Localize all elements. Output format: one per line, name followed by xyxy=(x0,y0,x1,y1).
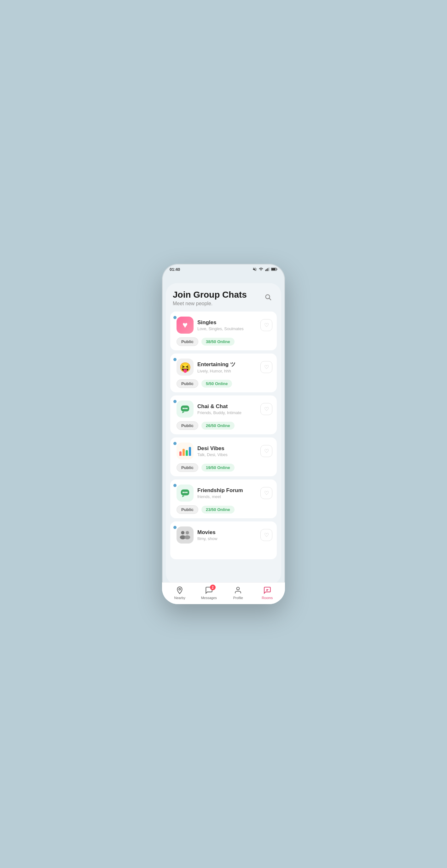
heart-outline-icon: ♡ xyxy=(264,364,269,371)
visibility-badge: Public xyxy=(176,379,198,388)
page-subtitle: Meet new people. xyxy=(173,301,247,307)
group-name: Singles xyxy=(197,319,256,326)
chat-bubble-icon-2 xyxy=(180,488,191,498)
group-tags: filmy, show xyxy=(197,536,256,541)
wifi-icon xyxy=(259,267,264,272)
battery-icon xyxy=(271,267,277,271)
heart-outline-icon: ♡ xyxy=(264,322,269,329)
heart-outline-icon: ♡ xyxy=(264,490,269,496)
favorite-button-movies[interactable]: ♡ xyxy=(261,529,272,541)
group-name: Friendship Forum xyxy=(197,487,256,494)
card-footer: Public 23/50 Online xyxy=(175,505,272,514)
favorite-button-chai[interactable]: ♡ xyxy=(261,403,272,415)
svg-rect-0 xyxy=(266,270,266,271)
svg-line-8 xyxy=(269,298,271,300)
group-tags: friends, meet xyxy=(197,494,256,499)
svg-point-15 xyxy=(184,492,186,493)
svg-point-19 xyxy=(186,531,189,535)
card-main: Chai & Chat Friends, Buddy, Intimate ♡ xyxy=(175,401,272,417)
mute-icon xyxy=(252,267,257,272)
card-footer: Public 19/50 Online xyxy=(175,463,272,472)
card-main: ♥ Singles Love, Singles, Soulmates ♡ xyxy=(175,317,272,334)
group-tags: Friends, Buddy, Intimate xyxy=(197,410,256,415)
card-info: Movies filmy, show xyxy=(197,529,256,541)
visibility-badge: Public xyxy=(176,422,198,430)
bottom-nav: Nearby 2 Messages xyxy=(166,582,281,585)
favorite-button-friendship[interactable]: ♡ xyxy=(261,487,272,499)
heart-outline-icon: ♡ xyxy=(264,532,269,538)
svg-point-10 xyxy=(182,408,184,409)
chat-list: ♥ Singles Love, Singles, Soulmates ♡ Pub… xyxy=(166,310,281,585)
heart-outline-icon: ♡ xyxy=(264,448,269,455)
status-icons xyxy=(252,267,277,272)
svg-rect-5 xyxy=(276,269,277,270)
chat-card-desi[interactable]: Desi Vibes Talk, Desi, Vibes ♡ Public 19… xyxy=(170,437,277,476)
group-icon-singles: ♥ xyxy=(176,317,194,334)
chat-card-singles[interactable]: ♥ Singles Love, Singles, Soulmates ♡ Pub… xyxy=(170,312,277,350)
svg-point-12 xyxy=(186,408,187,409)
heart-emoji-icon: ♥ xyxy=(182,320,188,330)
svg-point-20 xyxy=(184,535,190,539)
emoji-icon: 😝 xyxy=(179,362,191,373)
group-name: Chai & Chat xyxy=(197,403,256,410)
card-footer: Public 38/50 Online xyxy=(175,337,272,346)
notch xyxy=(203,272,244,281)
favorite-button-singles[interactable]: ♡ xyxy=(261,319,272,331)
chat-card-movies[interactable]: Movies filmy, show ♡ xyxy=(170,521,277,559)
group-icon-chai xyxy=(176,401,194,417)
people-icon xyxy=(179,530,191,540)
group-icon-movies xyxy=(176,526,194,544)
heart-outline-icon: ♡ xyxy=(264,406,269,412)
svg-point-16 xyxy=(186,492,187,493)
card-main: Movies filmy, show ♡ xyxy=(175,526,272,544)
chat-card-entertaining[interactable]: 😝 Entertaining ツ Lively, Humor, hhh ♡ Pu… xyxy=(170,353,277,392)
chat-bubble-icon xyxy=(180,404,191,414)
card-main: 😝 Entertaining ツ Lively, Humor, hhh ♡ xyxy=(175,359,272,376)
header-titles: Join Group Chats Meet new people. xyxy=(173,289,247,307)
group-name: Movies xyxy=(197,529,256,536)
bar-chart-icon xyxy=(179,446,191,456)
page-header: Join Group Chats Meet new people. xyxy=(166,283,281,311)
chat-card-friendship[interactable]: Friendship Forum friends, meet ♡ Public … xyxy=(170,479,277,518)
card-info: Desi Vibes Talk, Desi, Vibes xyxy=(197,445,256,457)
card-main: Friendship Forum friends, meet ♡ xyxy=(175,485,272,501)
svg-rect-1 xyxy=(266,269,267,271)
card-main: Desi Vibes Talk, Desi, Vibes ♡ xyxy=(175,442,272,460)
phone-frame: 01:40 xyxy=(162,264,285,604)
favorite-button-desi[interactable]: ♡ xyxy=(261,445,272,457)
group-icon-entertaining: 😝 xyxy=(176,359,194,376)
svg-point-17 xyxy=(181,531,184,535)
group-tags: Lively, Humor, hhh xyxy=(197,369,256,373)
group-tags: Talk, Desi, Vibes xyxy=(197,452,256,457)
page-title: Join Group Chats xyxy=(173,289,247,300)
group-icon-friendship xyxy=(176,485,194,501)
favorite-button-entertaining[interactable]: ♡ xyxy=(261,361,272,373)
svg-point-11 xyxy=(184,408,186,409)
svg-rect-6 xyxy=(271,268,276,270)
online-badge: 26/50 Online xyxy=(201,422,235,430)
online-badge: 23/50 Online xyxy=(201,506,235,514)
group-tags: Love, Singles, Soulmates xyxy=(197,327,256,331)
card-info: Chai & Chat Friends, Buddy, Intimate xyxy=(197,403,256,415)
card-info: Singles Love, Singles, Soulmates xyxy=(197,319,256,331)
online-badge: 38/50 Online xyxy=(201,338,235,346)
group-name: Entertaining ツ xyxy=(197,361,256,368)
chat-card-chai[interactable]: Chai & Chat Friends, Buddy, Intimate ♡ P… xyxy=(170,396,277,434)
group-name: Desi Vibes xyxy=(197,445,256,452)
status-bar: 01:40 xyxy=(162,264,285,272)
card-info: Friendship Forum friends, meet xyxy=(197,487,256,499)
time-display: 01:40 xyxy=(170,267,180,272)
svg-rect-2 xyxy=(268,268,268,271)
card-footer: Public 5/50 Online xyxy=(175,379,272,388)
screen-content: Join Group Chats Meet new people. ♥ xyxy=(166,283,281,585)
svg-point-14 xyxy=(182,492,184,493)
card-info: Entertaining ツ Lively, Humor, hhh xyxy=(197,361,256,373)
svg-rect-3 xyxy=(269,267,269,271)
group-icon-desi xyxy=(176,442,194,460)
online-badge: 5/50 Online xyxy=(201,380,232,388)
card-footer: Public 26/50 Online xyxy=(175,422,272,430)
visibility-badge: Public xyxy=(176,337,198,346)
visibility-badge: Public xyxy=(176,505,198,514)
search-button[interactable] xyxy=(262,291,274,303)
signal-icon xyxy=(265,267,270,272)
